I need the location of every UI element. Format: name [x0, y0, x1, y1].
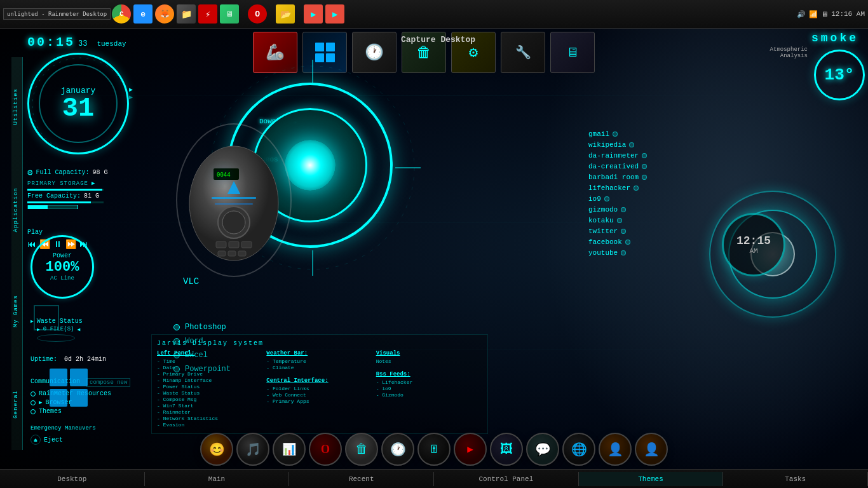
- tab-themes[interactable]: Themes: [579, 472, 724, 486]
- remote-desktop-icon[interactable]: 🖥: [220, 4, 239, 24]
- jarvis-central-3: - Primary Apps: [266, 398, 372, 404]
- folder-icon[interactable]: 📂: [276, 4, 295, 24]
- volume-icon[interactable]: 🔊: [797, 10, 806, 18]
- dock-recycle[interactable]: 🗑: [345, 433, 378, 466]
- kotaku-link: kotaku: [588, 217, 614, 224]
- opera-icon[interactable]: O: [248, 4, 267, 24]
- storage-bar-full: [27, 189, 104, 191]
- tab-main[interactable]: Main: [145, 472, 290, 486]
- dock-stats[interactable]: 📊: [273, 433, 306, 466]
- dock-clock[interactable]: 🕐: [381, 433, 414, 466]
- clock-time: 12:16 AM: [831, 10, 865, 18]
- ironman-app-icon[interactable]: 🦾: [253, 32, 297, 73]
- media-player2-icon[interactable]: ▶: [325, 4, 344, 24]
- free-capacity-row: Free Capacity: 81 G: [27, 193, 107, 200]
- link-wikipedia[interactable]: wikipedia: [588, 141, 690, 149]
- windows-logo-svg: [46, 365, 91, 410]
- vlc-label[interactable]: VLC: [183, 276, 199, 287]
- tab-desktop[interactable]: Desktop: [0, 472, 145, 486]
- sidebar-item-general[interactable]: General: [11, 387, 22, 422]
- windows-logo[interactable]: [46, 365, 91, 413]
- eject-icon: ⏏: [31, 435, 41, 445]
- media-player1-icon[interactable]: ▶: [304, 4, 323, 24]
- capture-desktop-label[interactable]: Capture Desktop: [401, 35, 475, 44]
- link-kotaku[interactable]: kotaku: [588, 217, 690, 224]
- link-facebook[interactable]: facebook: [588, 238, 690, 246]
- link-darainmeter[interactable]: da-rainmeter: [588, 152, 690, 159]
- eject-label[interactable]: Eject: [44, 437, 63, 444]
- clock-app-icon[interactable]: 🕐: [352, 32, 397, 73]
- dock-browser2[interactable]: 🌐: [562, 433, 595, 466]
- dock-user2[interactable]: 👤: [635, 433, 668, 466]
- waste-header: ▶ Waste Status: [31, 318, 83, 325]
- comm-dot-2: [31, 400, 36, 405]
- link-dacreativd[interactable]: da-creatived: [588, 163, 690, 170]
- monitor-icon[interactable]: 🖥: [821, 10, 828, 18]
- jarvis-item-date: - Date: [157, 365, 263, 370]
- gmail-link: gmail: [588, 130, 609, 138]
- jarvis-visuals-title: Visuals: [376, 350, 482, 356]
- dock-opera[interactable]: O: [309, 433, 342, 466]
- start-button[interactable]: unlighted - Rainmeter Desktop: [3, 8, 111, 20]
- flash-icon[interactable]: ⚡: [198, 4, 217, 24]
- file-explorer-icon[interactable]: 📁: [177, 4, 196, 24]
- jarvis-item-compose: - Compose Msg: [157, 396, 263, 402]
- link-gizmodo[interactable]: gizmodo: [588, 206, 690, 214]
- link-twitter[interactable]: twitter: [588, 227, 690, 235]
- dock-user1[interactable]: 👤: [599, 433, 632, 466]
- analog-circle: 12:15 AM: [722, 213, 785, 276]
- power-circle: Power 100% AC Line: [31, 235, 94, 299]
- system-tray: 🔊 📶 🖥 12:16 AM: [797, 10, 865, 18]
- jarvis-item-waste: - Waste Status: [157, 390, 263, 396]
- power-label: Power: [53, 252, 72, 259]
- right-links-panel: gmail wikipedia da-rainmeter da-creative…: [588, 127, 690, 260]
- compose-new-button[interactable]: compose new: [86, 378, 130, 387]
- jarvis-item-minamp: - Minamp Interface: [157, 377, 263, 383]
- sidebar-item-application[interactable]: Application: [11, 184, 22, 235]
- windows-app-icon[interactable]: [302, 32, 347, 73]
- dock-music[interactable]: 🎵: [236, 433, 269, 466]
- dock-chat[interactable]: 💬: [526, 433, 559, 466]
- link-gmail[interactable]: gmail: [588, 130, 690, 138]
- firefox-icon[interactable]: 🦊: [155, 4, 174, 24]
- system-app-icon[interactable]: 🖥: [550, 32, 595, 73]
- barbadi-link: barbadi room: [588, 173, 639, 181]
- reactor-circle: [227, 83, 393, 248]
- link-dot-twitter: [621, 229, 626, 234]
- weather-bar: smoke Atmospheric Analysis 13°: [744, 32, 865, 104]
- tab-control-panel[interactable]: Control Panel: [434, 472, 579, 486]
- link-dot-darainmeter: [642, 153, 647, 158]
- link-dot-barbadi: [642, 175, 647, 180]
- link-lifehacker[interactable]: lifehacker: [588, 184, 690, 192]
- jarvis-item-rainmeter: - Rainmeter: [157, 409, 263, 415]
- tab-tasks[interactable]: Tasks: [723, 472, 868, 486]
- jarvis-right-col: Visuals Notes Rss Feeds: - Lifehacker - …: [376, 350, 482, 428]
- wikipedia-link: wikipedia: [588, 141, 626, 149]
- link-dot-lifehacker: [634, 186, 639, 191]
- settings-app-icon[interactable]: 🔧: [501, 32, 545, 73]
- svg-point-20: [222, 211, 245, 234]
- full-capacity-label: Full Capacity:: [36, 169, 89, 176]
- link-barbadi[interactable]: barbadi room: [588, 173, 690, 181]
- waste-icon: [37, 334, 75, 342]
- dock-equalizer[interactable]: 🎚: [417, 433, 451, 466]
- chrome-icon[interactable]: C: [112, 4, 131, 24]
- photoshop-shortcut[interactable]: Photoshop: [173, 323, 231, 332]
- network-icon[interactable]: 📶: [809, 10, 818, 18]
- power-percentage: 100%: [46, 259, 79, 275]
- sidebar-item-utilities[interactable]: Utilities: [11, 85, 22, 128]
- dock-photos[interactable]: 🖼: [490, 433, 523, 466]
- waste-status: ▶ Waste Status ▶ 0 FILE(S) ◀: [31, 318, 83, 344]
- tab-recent[interactable]: Recent: [289, 472, 434, 486]
- power-source: AC Line: [50, 275, 74, 281]
- link-io9[interactable]: io9: [588, 195, 690, 203]
- dock-youtube[interactable]: ▶: [454, 433, 487, 466]
- jarvis-weather-climate: - Climate: [266, 365, 372, 370]
- link-youtube[interactable]: youtube: [588, 249, 690, 257]
- waste-files-row: ▶ 0 FILE(S) ◀: [31, 326, 83, 332]
- jarvis-title: Jarvis Display system: [157, 340, 482, 347]
- sidebar-item-mygames[interactable]: My Games: [11, 292, 22, 330]
- ie-icon[interactable]: e: [133, 4, 153, 24]
- storage-info: ⚙ Full Capacity: 98 G PRIMARY STORAGE ▶ …: [27, 165, 107, 209]
- dock-messenger[interactable]: 😊: [200, 433, 233, 466]
